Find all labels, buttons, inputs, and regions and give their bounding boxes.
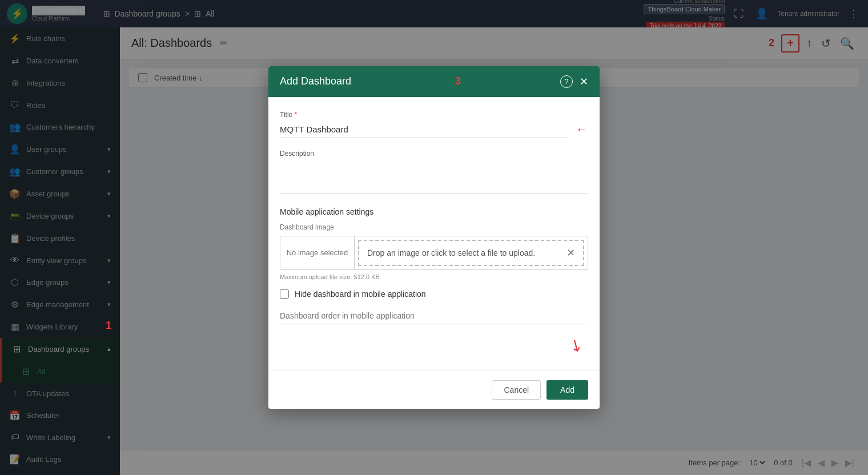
modal-header-actions: ? ✕ [560,75,588,88]
image-upload-row: No image selected Drop an image or click… [280,236,588,270]
hide-dashboard-label[interactable]: Hide dashboard in mobile application [295,289,426,299]
hide-dashboard-row: Hide dashboard in mobile application [280,289,588,299]
annotation-1: 1 [106,320,111,332]
clear-image-button[interactable]: ✕ [566,247,575,259]
modal-title: Add Dashboard [280,75,351,87]
mobile-section-title: Mobile application settings [280,207,588,216]
modal-header: Add Dashboard 3 ? ✕ [268,66,600,97]
image-label: Dashboard image [280,223,588,231]
order-input[interactable] [280,308,588,324]
cancel-button[interactable]: Cancel [492,380,541,400]
description-input[interactable] [280,160,588,194]
modal-overlay: 1 Add Dashboard 3 ? ✕ Title * ← [0,0,868,475]
annotation-3: 3 [455,75,461,87]
dropzone-text: Drop an image or click to select a file … [367,248,535,257]
description-form-group: Description [280,150,588,196]
title-label: Title * [280,111,588,119]
modal-close-button[interactable]: ✕ [580,75,588,88]
modal-footer: Cancel Add [268,371,600,409]
upload-hint: Maximum upload file size: 512.0 KB [280,273,588,280]
title-input[interactable] [280,121,569,138]
modal-body: Title * ← Description Mobile application… [268,97,600,371]
add-button[interactable]: Add [546,380,588,400]
add-dashboard-modal: Add Dashboard 3 ? ✕ Title * ← [268,66,600,409]
required-indicator: * [295,111,298,119]
add-button-arrow: ↘ [565,334,586,357]
modal-help-button[interactable]: ? [560,75,573,88]
image-dropzone[interactable]: Drop an image or click to select a file … [358,240,584,266]
image-placeholder: No image selected [280,236,355,269]
hide-dashboard-checkbox[interactable] [280,289,289,299]
description-label: Description [280,150,588,158]
title-form-group: Title * ← [280,111,588,138]
title-arrow-indicator: ← [576,122,588,137]
order-form-group [280,308,588,324]
